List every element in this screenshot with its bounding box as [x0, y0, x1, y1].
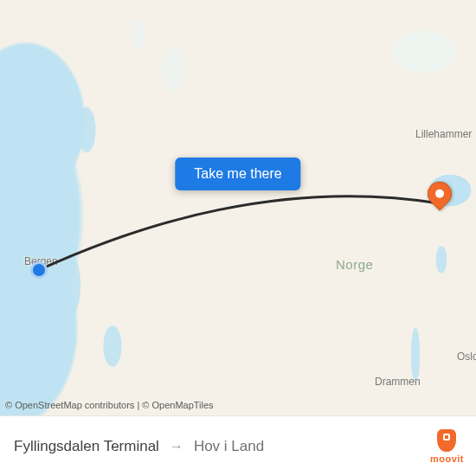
route-to-label: Hov i Land [194, 438, 264, 455]
app-root: Norge Bergen Lillehammer Oslo Drammen Ta… [0, 0, 476, 476]
origin-marker[interactable] [30, 261, 48, 279]
omt-link[interactable]: © OpenMapTiles [142, 400, 213, 410]
map-canvas[interactable]: Norge Bergen Lillehammer Oslo Drammen Ta… [0, 0, 476, 415]
arrow-right-icon: → [170, 439, 183, 454]
route-arc [0, 0, 476, 415]
take-me-there-button[interactable]: Take me there [175, 158, 300, 190]
map-label-country: Norge [336, 257, 373, 272]
brand-logo[interactable]: moovit [430, 429, 464, 464]
route-footer: Fyllingsdalen Terminal → Hov i Land moov… [0, 415, 476, 476]
osm-link[interactable]: © OpenStreetMap contributors [5, 400, 134, 410]
map-attribution: © OpenStreetMap contributors | © OpenMap… [5, 400, 214, 410]
pin-icon [422, 177, 457, 211]
destination-marker[interactable] [428, 182, 452, 206]
moovit-icon [437, 429, 456, 452]
map-label-lillehammer: Lillehammer [415, 128, 472, 140]
route-from-label: Fyllingsdalen Terminal [14, 438, 159, 455]
map-label-oslo: Oslo [457, 351, 476, 363]
map-label-drammen: Drammen [375, 376, 421, 388]
brand-name: moovit [430, 453, 464, 464]
